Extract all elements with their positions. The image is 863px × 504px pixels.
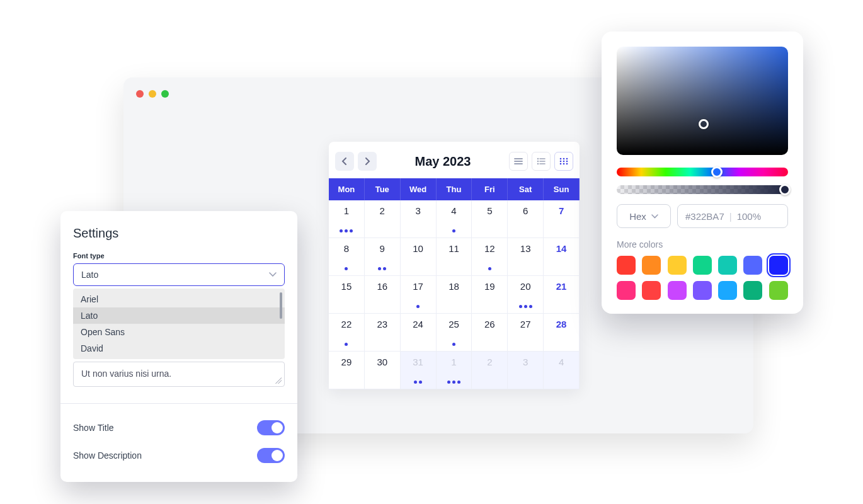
calendar-day[interactable]: 8 (329, 238, 365, 276)
calendar-day[interactable]: 26 (472, 314, 508, 352)
color-swatches (617, 256, 788, 300)
calendar-dow: Fri (472, 178, 508, 200)
font-option[interactable]: Ariel (73, 291, 285, 307)
minimize-window-icon[interactable] (149, 90, 156, 98)
calendar-day[interactable]: 6 (508, 200, 544, 238)
event-dots (437, 381, 472, 384)
description-textarea[interactable]: Ut non varius nisi urna. (73, 362, 285, 387)
grid-icon (559, 158, 568, 165)
hue-handle[interactable] (711, 166, 723, 178)
color-swatch[interactable] (718, 256, 737, 275)
calendar-day[interactable]: 2 (472, 352, 508, 389)
color-format-value: Hex (629, 211, 646, 222)
svg-point-5 (566, 158, 568, 160)
color-swatch[interactable] (617, 256, 636, 275)
maximize-window-icon[interactable] (161, 90, 169, 98)
calendar-day[interactable]: 11 (437, 238, 472, 276)
calendar-day[interactable]: 1 (437, 352, 472, 389)
color-swatch[interactable] (718, 281, 737, 300)
calendar-prev-button[interactable] (335, 152, 354, 171)
svg-point-8 (566, 161, 568, 163)
calendar-day[interactable]: 29 (329, 352, 365, 389)
font-option[interactable]: Open Sans (73, 324, 285, 340)
svg-point-11 (566, 163, 568, 165)
show-title-toggle[interactable] (257, 420, 285, 435)
divider (60, 403, 297, 404)
svg-point-7 (563, 161, 565, 163)
calendar-dow: Thu (437, 178, 472, 200)
color-swatch[interactable] (693, 281, 712, 300)
color-swatch[interactable] (642, 281, 661, 300)
color-swatch[interactable] (743, 256, 762, 275)
svg-point-4 (563, 158, 565, 160)
calendar-day[interactable]: 4 (544, 352, 580, 389)
hex-input[interactable]: #322BA7 | 100% (677, 204, 788, 228)
font-option[interactable]: Lato (73, 307, 285, 324)
color-swatch[interactable] (743, 281, 762, 300)
font-type-select[interactable]: Lato (73, 263, 285, 286)
calendar-day[interactable]: 12 (472, 238, 508, 276)
calendar-day[interactable]: 5 (472, 200, 508, 238)
calendar-day[interactable]: 30 (365, 352, 401, 389)
calendar-day[interactable]: 31 (401, 352, 437, 389)
calendar-day[interactable]: 21 (544, 276, 580, 314)
calendar-dow: Sat (508, 178, 544, 200)
calendar-day[interactable]: 27 (508, 314, 544, 352)
calendar-next-button[interactable] (358, 152, 377, 171)
color-swatch[interactable] (693, 256, 712, 275)
hex-value: #322BA7 (685, 211, 724, 222)
calendar-dow: Sun (544, 178, 580, 200)
event-dots (472, 267, 507, 270)
calendar-day[interactable]: 13 (508, 238, 544, 276)
calendar-day[interactable]: 23 (365, 314, 401, 352)
calendar-day[interactable]: 10 (401, 238, 437, 276)
window-traffic-lights (136, 90, 169, 98)
color-swatch[interactable] (769, 256, 788, 275)
view-month-button[interactable] (554, 152, 573, 171)
color-swatch[interactable] (668, 256, 687, 275)
calendar-day[interactable]: 4 (437, 200, 472, 238)
close-window-icon[interactable] (136, 90, 144, 98)
color-format-select[interactable]: Hex (617, 204, 671, 228)
calendar-day[interactable]: 16 (365, 276, 401, 314)
hue-slider[interactable] (617, 168, 788, 176)
svg-point-6 (560, 161, 562, 163)
alpha-slider[interactable] (617, 185, 788, 194)
calendar-day[interactable]: 24 (401, 314, 437, 352)
calendar-day[interactable]: 22 (329, 314, 365, 352)
calendar-day[interactable]: 18 (437, 276, 472, 314)
list-icon (537, 158, 546, 165)
event-dots (401, 305, 436, 308)
show-description-toggle[interactable] (257, 448, 285, 463)
calendar-day[interactable]: 9 (365, 238, 401, 276)
color-cursor[interactable] (699, 119, 709, 129)
view-agenda-button[interactable] (532, 152, 551, 171)
chevron-down-icon (269, 272, 277, 277)
font-option[interactable]: David (73, 340, 285, 357)
calendar-day[interactable]: 20 (508, 276, 544, 314)
calendar-title: May 2023 (377, 154, 509, 169)
alpha-handle[interactable] (779, 184, 791, 195)
calendar-day[interactable]: 7 (544, 200, 580, 238)
calendar-day[interactable]: 3 (508, 352, 544, 389)
view-list-button[interactable] (509, 152, 528, 171)
color-swatch[interactable] (617, 281, 636, 300)
show-description-row: Show Description (73, 442, 285, 469)
calendar-day[interactable]: 2 (365, 200, 401, 238)
color-swatch[interactable] (668, 281, 687, 300)
calendar-day[interactable]: 1 (329, 200, 365, 238)
calendar-day[interactable]: 28 (544, 314, 580, 352)
calendar-day[interactable]: 19 (472, 276, 508, 314)
calendar-day[interactable]: 25 (437, 314, 472, 352)
calendar-day[interactable]: 17 (401, 276, 437, 314)
menu-icon (514, 158, 523, 165)
calendar-day[interactable]: 15 (329, 276, 365, 314)
calendar-day[interactable]: 3 (401, 200, 437, 238)
dropdown-scrollbar[interactable] (280, 292, 282, 319)
saturation-value-area[interactable] (617, 47, 788, 155)
event-dots (401, 381, 436, 384)
calendar-day[interactable]: 14 (544, 238, 580, 276)
color-swatch[interactable] (642, 256, 661, 275)
color-swatch[interactable] (769, 281, 788, 300)
calendar-header: May 2023 (329, 148, 580, 178)
